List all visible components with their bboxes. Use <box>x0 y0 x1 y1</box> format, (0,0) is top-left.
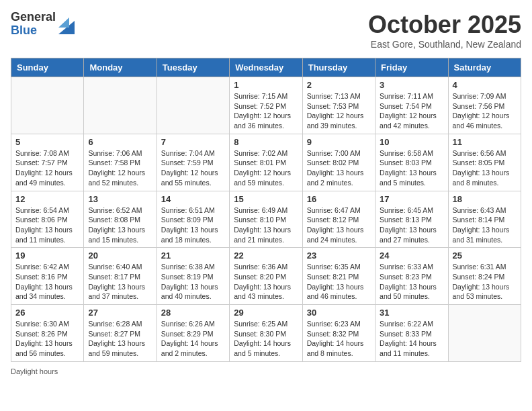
day-number: 7 <box>161 137 225 147</box>
calendar-day-cell: 12Sunrise: 6:54 AM Sunset: 8:06 PM Dayli… <box>11 191 84 248</box>
footer: Daylight hours <box>11 367 521 375</box>
logo-icon <box>58 14 75 34</box>
calendar-week-row: 26Sunrise: 6:30 AM Sunset: 8:26 PM Dayli… <box>11 305 521 362</box>
day-detail: Sunrise: 7:00 AM Sunset: 8:02 PM Dayligh… <box>307 148 371 188</box>
calendar-day-header: Saturday <box>448 58 521 77</box>
calendar-day-cell: 28Sunrise: 6:26 AM Sunset: 8:29 PM Dayli… <box>157 305 229 362</box>
day-detail: Sunrise: 7:02 AM Sunset: 8:01 PM Dayligh… <box>234 148 298 188</box>
day-number: 18 <box>453 194 517 204</box>
calendar-day-cell: 22Sunrise: 6:36 AM Sunset: 8:20 PM Dayli… <box>230 248 302 305</box>
day-number: 8 <box>234 137 298 147</box>
calendar-day-cell: 19Sunrise: 6:42 AM Sunset: 8:16 PM Dayli… <box>11 248 84 305</box>
day-detail: Sunrise: 6:25 AM Sunset: 8:30 PM Dayligh… <box>234 319 298 359</box>
day-detail: Sunrise: 7:04 AM Sunset: 7:59 PM Dayligh… <box>161 148 225 188</box>
calendar-day-cell: 18Sunrise: 6:43 AM Sunset: 8:14 PM Dayli… <box>448 191 521 248</box>
day-number: 4 <box>453 80 517 90</box>
calendar-day-cell: 3Sunrise: 7:11 AM Sunset: 7:54 PM Daylig… <box>375 77 448 134</box>
logo-general-text: General <box>11 11 56 24</box>
calendar-day-cell: 27Sunrise: 6:28 AM Sunset: 8:27 PM Dayli… <box>84 305 157 362</box>
day-number: 31 <box>380 308 443 318</box>
day-detail: Sunrise: 7:11 AM Sunset: 7:54 PM Dayligh… <box>380 91 443 131</box>
day-number: 14 <box>161 194 225 204</box>
page-header: General Blue October 2025 East Gore, Sou… <box>11 11 521 50</box>
day-number: 3 <box>380 80 443 90</box>
day-detail: Sunrise: 6:54 AM Sunset: 8:06 PM Dayligh… <box>15 205 79 245</box>
day-detail: Sunrise: 6:47 AM Sunset: 8:12 PM Dayligh… <box>307 205 371 245</box>
day-detail: Sunrise: 6:58 AM Sunset: 8:03 PM Dayligh… <box>380 148 443 188</box>
day-number: 19 <box>15 250 79 261</box>
calendar-day-cell: 23Sunrise: 6:35 AM Sunset: 8:21 PM Dayli… <box>302 248 375 305</box>
day-detail: Sunrise: 6:40 AM Sunset: 8:17 PM Dayligh… <box>88 262 152 302</box>
calendar-day-cell: 20Sunrise: 6:40 AM Sunset: 8:17 PM Dayli… <box>84 248 157 305</box>
day-number: 29 <box>234 308 298 318</box>
day-number: 6 <box>88 137 152 147</box>
day-number: 12 <box>15 194 79 204</box>
calendar-day-cell: 25Sunrise: 6:31 AM Sunset: 8:24 PM Dayli… <box>448 248 521 305</box>
calendar-day-cell: 31Sunrise: 6:22 AM Sunset: 8:33 PM Dayli… <box>375 305 448 362</box>
day-detail: Sunrise: 6:49 AM Sunset: 8:10 PM Dayligh… <box>234 205 298 245</box>
calendar-day-cell <box>84 77 157 134</box>
day-number: 25 <box>453 250 517 261</box>
calendar-day-cell: 7Sunrise: 7:04 AM Sunset: 7:59 PM Daylig… <box>157 134 229 191</box>
calendar-day-cell <box>448 305 521 362</box>
day-detail: Sunrise: 6:23 AM Sunset: 8:32 PM Dayligh… <box>307 319 371 359</box>
calendar-day-header: Friday <box>375 58 448 77</box>
calendar-day-cell: 17Sunrise: 6:45 AM Sunset: 8:13 PM Dayli… <box>375 191 448 248</box>
day-number: 17 <box>380 194 443 204</box>
day-detail: Sunrise: 6:26 AM Sunset: 8:29 PM Dayligh… <box>161 319 225 359</box>
daylight-hours-label: Daylight hours <box>11 367 58 375</box>
day-number: 24 <box>380 250 443 261</box>
day-detail: Sunrise: 6:51 AM Sunset: 8:09 PM Dayligh… <box>161 205 225 245</box>
calendar-day-cell: 24Sunrise: 6:33 AM Sunset: 8:23 PM Dayli… <box>375 248 448 305</box>
calendar-day-cell: 10Sunrise: 6:58 AM Sunset: 8:03 PM Dayli… <box>375 134 448 191</box>
day-number: 15 <box>234 194 298 204</box>
day-number: 26 <box>15 308 79 318</box>
calendar-day-cell: 21Sunrise: 6:38 AM Sunset: 8:19 PM Dayli… <box>157 248 229 305</box>
calendar-day-header: Sunday <box>11 58 84 77</box>
day-detail: Sunrise: 6:33 AM Sunset: 8:23 PM Dayligh… <box>380 262 443 302</box>
day-number: 10 <box>380 137 443 147</box>
day-detail: Sunrise: 7:15 AM Sunset: 7:52 PM Dayligh… <box>234 91 298 131</box>
calendar-day-cell <box>157 77 229 134</box>
day-detail: Sunrise: 6:36 AM Sunset: 8:20 PM Dayligh… <box>234 262 298 302</box>
logo-blue-text: Blue <box>11 24 56 38</box>
location-subtitle: East Gore, Southland, New Zealand <box>368 39 521 50</box>
day-detail: Sunrise: 6:28 AM Sunset: 8:27 PM Dayligh… <box>88 319 152 359</box>
calendar-day-cell: 8Sunrise: 7:02 AM Sunset: 8:01 PM Daylig… <box>230 134 302 191</box>
day-detail: Sunrise: 7:09 AM Sunset: 7:56 PM Dayligh… <box>453 91 517 131</box>
calendar-day-cell: 15Sunrise: 6:49 AM Sunset: 8:10 PM Dayli… <box>230 191 302 248</box>
calendar-day-cell: 26Sunrise: 6:30 AM Sunset: 8:26 PM Dayli… <box>11 305 84 362</box>
calendar-week-row: 5Sunrise: 7:08 AM Sunset: 7:57 PM Daylig… <box>11 134 521 191</box>
day-number: 22 <box>234 250 298 261</box>
calendar-day-cell <box>11 77 84 134</box>
calendar-table: SundayMondayTuesdayWednesdayThursdayFrid… <box>11 58 521 362</box>
svg-marker-1 <box>58 17 69 28</box>
day-detail: Sunrise: 6:35 AM Sunset: 8:21 PM Dayligh… <box>307 262 371 302</box>
day-number: 28 <box>161 308 225 318</box>
calendar-day-header: Thursday <box>302 58 375 77</box>
day-detail: Sunrise: 6:45 AM Sunset: 8:13 PM Dayligh… <box>380 205 443 245</box>
month-title: October 2025 <box>368 11 521 39</box>
calendar-day-cell: 5Sunrise: 7:08 AM Sunset: 7:57 PM Daylig… <box>11 134 84 191</box>
day-number: 23 <box>307 250 371 261</box>
day-number: 16 <box>307 194 371 204</box>
calendar-week-row: 1Sunrise: 7:15 AM Sunset: 7:52 PM Daylig… <box>11 77 521 134</box>
day-detail: Sunrise: 7:06 AM Sunset: 7:58 PM Dayligh… <box>88 148 152 188</box>
day-detail: Sunrise: 6:22 AM Sunset: 8:33 PM Dayligh… <box>380 319 443 359</box>
calendar-day-cell: 6Sunrise: 7:06 AM Sunset: 7:58 PM Daylig… <box>84 134 157 191</box>
logo: General Blue <box>11 11 75 38</box>
day-detail: Sunrise: 6:30 AM Sunset: 8:26 PM Dayligh… <box>15 319 79 359</box>
day-number: 13 <box>88 194 152 204</box>
day-detail: Sunrise: 7:08 AM Sunset: 7:57 PM Dayligh… <box>15 148 79 188</box>
calendar-day-cell: 4Sunrise: 7:09 AM Sunset: 7:56 PM Daylig… <box>448 77 521 134</box>
calendar-day-cell: 2Sunrise: 7:13 AM Sunset: 7:53 PM Daylig… <box>302 77 375 134</box>
day-number: 1 <box>234 80 298 90</box>
calendar-day-cell: 11Sunrise: 6:56 AM Sunset: 8:05 PM Dayli… <box>448 134 521 191</box>
calendar-day-header: Wednesday <box>230 58 302 77</box>
day-number: 20 <box>88 250 152 261</box>
day-number: 30 <box>307 308 371 318</box>
calendar-day-cell: 30Sunrise: 6:23 AM Sunset: 8:32 PM Dayli… <box>302 305 375 362</box>
calendar-week-row: 12Sunrise: 6:54 AM Sunset: 8:06 PM Dayli… <box>11 191 521 248</box>
calendar-day-cell: 29Sunrise: 6:25 AM Sunset: 8:30 PM Dayli… <box>230 305 302 362</box>
day-detail: Sunrise: 6:43 AM Sunset: 8:14 PM Dayligh… <box>453 205 517 245</box>
